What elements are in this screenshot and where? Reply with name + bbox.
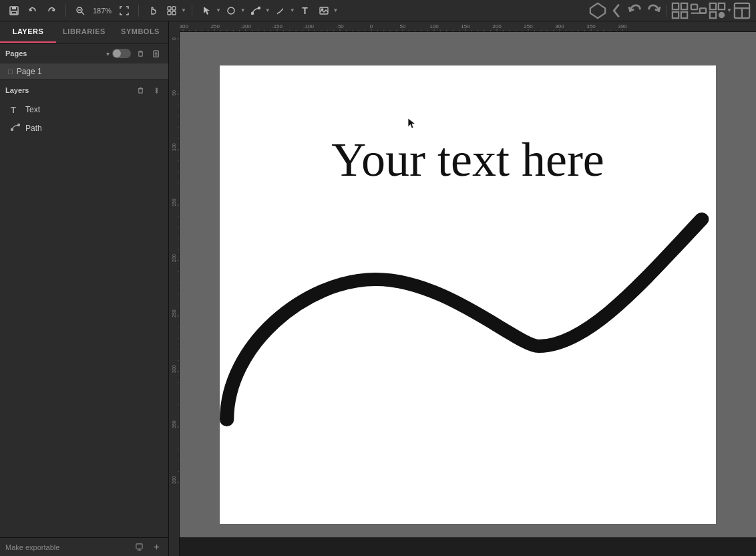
layer-text-label: Text — [25, 105, 40, 114]
tab-symbols[interactable]: SYMBOLS — [112, 21, 168, 43]
export-screen-button[interactable] — [132, 541, 146, 554]
layers-options-button[interactable] — [150, 84, 163, 97]
divider-3 — [192, 5, 192, 17]
image-tool-button[interactable] — [315, 3, 333, 19]
components-dropdown[interactable]: ▼ — [709, 3, 732, 19]
main-area: LAYERS LIBRARIES SYMBOLS Pages ▾ — [0, 21, 756, 556]
draw-tools-group: ▼ ▼ ▼ — [198, 3, 339, 19]
image-tool-dropdown[interactable]: ▼ — [315, 3, 339, 19]
bottom-bar: Make exportable — [0, 537, 168, 556]
ellipse-tool-dropdown[interactable]: ▼ — [222, 3, 246, 19]
align-button[interactable] — [690, 3, 707, 19]
svg-rect-36 — [138, 88, 142, 92]
ellipse-dropdown-arrow: ▼ — [240, 7, 246, 13]
left-sidebar: LAYERS LIBRARIES SYMBOLS Pages ▾ — [0, 21, 169, 556]
layer-path-label: Path — [25, 124, 42, 133]
canvas-area[interactable]: Your text here — [169, 21, 756, 556]
history-forward-button[interactable] — [645, 3, 663, 19]
ellipse-tool-button[interactable] — [222, 3, 240, 19]
svg-line-4 — [81, 12, 84, 15]
zoom-group: 187% — [71, 3, 133, 19]
pen-dropdown-arrow: ▼ — [290, 7, 295, 13]
history-back-button[interactable] — [626, 3, 644, 19]
svg-rect-24 — [710, 3, 716, 9]
svg-rect-20 — [681, 11, 687, 17]
top-toolbar: 187% ▼ — [0, 0, 756, 21]
svg-point-40 — [11, 128, 13, 130]
make-exportable-label: Make exportable — [5, 543, 59, 551]
right-divider-1 — [667, 5, 667, 17]
pages-label: Pages — [5, 49, 104, 57]
svg-rect-17 — [673, 3, 679, 9]
snap-dropdown[interactable]: ▼ — [163, 3, 186, 19]
path-svg — [220, 213, 716, 426]
page-visibility-toggle[interactable] — [112, 49, 131, 58]
svg-point-37 — [156, 88, 157, 89]
back-button[interactable] — [608, 3, 625, 19]
tool-group: ▼ — [144, 3, 186, 19]
svg-point-12 — [258, 7, 260, 9]
path-element[interactable] — [220, 213, 716, 426]
svg-rect-21 — [691, 4, 697, 9]
pen-tool-button[interactable] — [272, 3, 289, 19]
file-ops-group — [5, 3, 60, 19]
snap-button[interactable] — [163, 3, 180, 19]
select-tool-button[interactable] — [198, 3, 215, 19]
tab-layers[interactable]: LAYERS — [0, 21, 56, 43]
pages-dropdown-arrow[interactable]: ▾ — [106, 50, 110, 57]
page-1-item[interactable]: □ Page 1 — [0, 63, 168, 80]
svg-rect-7 — [172, 7, 176, 10]
sidebar-tabs: LAYERS LIBRARIES SYMBOLS — [0, 21, 168, 43]
redo-button[interactable] — [43, 3, 60, 19]
divider-1 — [65, 5, 66, 17]
layer-text-item[interactable]: T Text — [0, 100, 168, 119]
layers-label: Layers — [5, 86, 131, 94]
zoom-out-button[interactable] — [71, 3, 89, 19]
select-tool-dropdown[interactable]: ▼ — [198, 3, 221, 19]
toggle-knob — [113, 49, 121, 57]
svg-point-41 — [18, 124, 20, 126]
layers-header: Layers — [0, 80, 168, 100]
page-1-label: Page 1 — [17, 67, 42, 76]
svg-point-11 — [251, 12, 253, 14]
text-tool-icon: T — [302, 5, 308, 16]
add-export-button[interactable] — [150, 541, 163, 554]
delete-page-button[interactable] — [134, 47, 147, 60]
path-dropdown-arrow: ▼ — [265, 7, 270, 13]
svg-rect-1 — [12, 7, 16, 9]
add-page-button[interactable] — [150, 47, 163, 60]
canvas-viewport[interactable]: Your text here — [180, 32, 756, 537]
hand-tool-button[interactable] — [144, 3, 162, 19]
undo-button[interactable] — [24, 3, 41, 19]
text-tool-button[interactable]: T — [297, 3, 314, 19]
svg-rect-8 — [168, 11, 171, 15]
inspect-button[interactable] — [733, 3, 751, 19]
svg-rect-2 — [11, 11, 17, 14]
svg-rect-31 — [138, 51, 142, 55]
layer-path-item[interactable]: Path — [0, 119, 168, 138]
text-element[interactable]: Your text here — [273, 132, 663, 188]
path-tool-dropdown[interactable]: ▼ — [247, 3, 270, 19]
save-button[interactable] — [5, 3, 23, 19]
zoom-level: 187% — [90, 7, 114, 15]
svg-marker-16 — [590, 3, 605, 17]
vertical-ruler — [169, 32, 180, 556]
svg-point-10 — [228, 7, 234, 14]
path-layer-icon — [11, 123, 21, 134]
image-dropdown-arrow: ▼ — [333, 7, 339, 13]
components-button[interactable] — [589, 3, 606, 19]
fit-button[interactable] — [116, 3, 133, 19]
tab-libraries[interactable]: LIBRARIES — [56, 21, 112, 43]
text-layer-icon: T — [11, 105, 21, 115]
delete-layer-button[interactable] — [134, 84, 147, 97]
path-tool-button[interactable] — [247, 3, 264, 19]
components-btn2[interactable] — [709, 3, 726, 19]
ruler-corner — [169, 21, 180, 32]
svg-point-38 — [156, 90, 157, 91]
pages-header: Pages ▾ — [0, 43, 168, 63]
pages-section: Pages ▾ — [0, 43, 168, 80]
pen-tool-dropdown[interactable]: ▼ — [272, 3, 295, 19]
snap-dropdown-arrow: ▼ — [181, 7, 186, 13]
grid-button[interactable] — [671, 3, 689, 19]
svg-rect-26 — [710, 11, 716, 17]
